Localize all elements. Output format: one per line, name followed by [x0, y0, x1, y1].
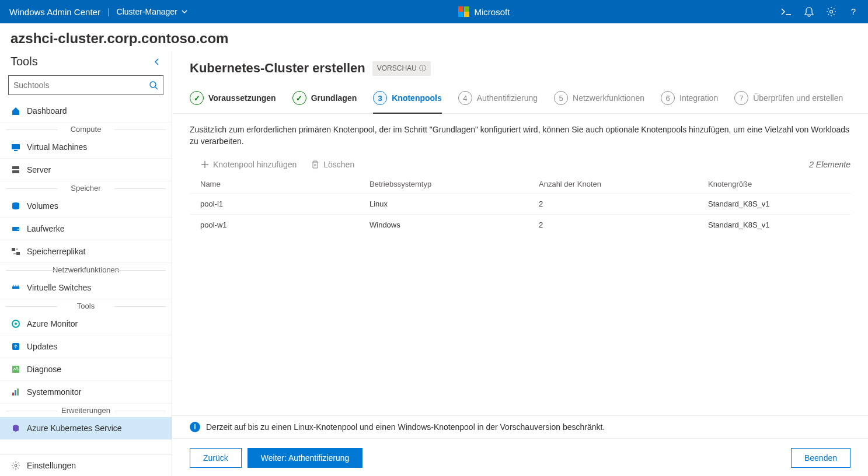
exit-button[interactable]: Beenden	[791, 448, 850, 468]
diagnose-icon	[11, 364, 21, 374]
gear-icon	[11, 460, 21, 471]
col-header-size[interactable]: Knotengröße	[708, 180, 840, 188]
sidebar-item-label: Azure Kubernetes Service	[27, 424, 122, 433]
monitor-icon	[11, 318, 21, 329]
svg-rect-11	[16, 252, 20, 255]
collapse-sidebar-icon[interactable]	[153, 58, 161, 66]
notifications-icon[interactable]	[804, 6, 814, 17]
sidebar-item-updates[interactable]: Updates	[0, 335, 172, 358]
cluster-hostname: azshci-cluster.corp.contoso.com	[0, 23, 868, 51]
sidebar-item-aks[interactable]: Azure Kubernetes Service	[0, 417, 172, 440]
sidebar-item-label: Einstellungen	[27, 461, 76, 470]
app-title[interactable]: Windows Admin Center	[9, 7, 100, 17]
sidebar-item-volumes[interactable]: Volumes	[0, 195, 172, 218]
search-icon	[149, 80, 158, 90]
sidebar-item-label: Speicherreplikat	[27, 247, 85, 256]
settings-icon[interactable]	[826, 6, 836, 17]
svg-rect-3	[12, 144, 20, 149]
sidebar-item-dashboard[interactable]: Dashboard	[0, 100, 172, 123]
col-header-name[interactable]: Name	[200, 180, 369, 188]
sidebar-item-diagnose[interactable]: Diagnose	[0, 358, 172, 381]
step-basics[interactable]: ✓ Grundlagen	[292, 86, 357, 113]
search-tools-box[interactable]	[8, 75, 163, 95]
sidebar-group-storage: Speicher	[0, 181, 172, 195]
item-count: 2 Elemente	[809, 160, 850, 169]
sidebar-title: Tools	[11, 55, 38, 68]
switch-icon	[11, 282, 21, 293]
svg-rect-18	[15, 390, 16, 396]
step-number: 7	[734, 91, 748, 105]
step-number: 3	[373, 91, 387, 105]
sidebar-item-label: Updates	[27, 342, 57, 351]
cell-count: 2	[539, 200, 708, 208]
sidebar-item-drives[interactable]: Laufwerke	[0, 218, 172, 240]
svg-point-2	[150, 82, 156, 88]
step-integration[interactable]: 6 Integration	[661, 86, 718, 113]
help-icon[interactable]: ?	[848, 6, 859, 17]
sidebar-item-vswitch[interactable]: Virtuelle Switches	[0, 276, 172, 299]
check-icon: ✓	[292, 91, 306, 105]
sidebar-item-vms[interactable]: Virtual Machines	[0, 136, 172, 159]
search-input[interactable]	[13, 80, 149, 90]
cell-size: Standard_K8S_v1	[708, 200, 840, 208]
step-label: Authentifizierung	[477, 93, 538, 103]
step-nodepools[interactable]: 3 Knotenpools	[373, 86, 442, 113]
toolbar-label: Knotenpool hinzufügen	[213, 160, 297, 169]
sidebar-group-tools: Tools	[0, 299, 172, 313]
col-header-os[interactable]: Betriebssystemtyp	[369, 180, 539, 188]
step-network[interactable]: 5 Netzwerkfunktionen	[554, 86, 644, 113]
aks-icon	[11, 423, 21, 433]
step-label: Netzwerkfunktionen	[573, 93, 644, 103]
sidebar-group-network: Netzwerkfunktionen	[0, 263, 172, 276]
chevron-down-icon	[181, 8, 188, 15]
step-label: Voraussetzungen	[208, 93, 276, 103]
info-circle-icon: i	[190, 422, 200, 432]
context-dropdown[interactable]: Cluster-Manager	[117, 7, 188, 16]
table-row[interactable]: pool-l1 Linux 2 Standard_K8S_v1	[190, 193, 850, 214]
svg-point-20	[15, 464, 17, 467]
svg-point-0	[830, 10, 833, 13]
sidebar-item-settings[interactable]: Einstellungen	[0, 454, 172, 476]
next-button[interactable]: Weiter: Authentifizierung	[247, 448, 363, 468]
col-header-count[interactable]: Anzahl der Knoten	[539, 180, 708, 188]
delete-button[interactable]: Löschen	[311, 160, 354, 169]
console-icon[interactable]	[780, 7, 792, 16]
volumes-icon	[11, 201, 21, 211]
sidebar-item-sysmon[interactable]: Systemmonitor	[0, 381, 172, 404]
sidebar-item-replica[interactable]: Speicherreplikat	[0, 240, 172, 263]
home-icon	[11, 106, 21, 116]
step-label: Integration	[679, 93, 718, 103]
step-review[interactable]: 7 Überprüfen und erstellen	[734, 86, 843, 113]
sidebar-item-label: Dashboard	[27, 106, 67, 116]
header-divider: |	[107, 7, 110, 16]
cell-size: Standard_K8S_v1	[708, 220, 840, 229]
cell-os: Windows	[369, 220, 539, 229]
page-title: Kubernetes-Cluster erstellen	[190, 61, 365, 76]
step-number: 5	[554, 91, 568, 105]
sidebar-item-label: Diagnose	[27, 365, 61, 374]
sidebar-item-label: Server	[27, 165, 51, 174]
preview-badge: VORSCHAU ⓘ	[372, 61, 431, 76]
sidebar-item-label: Volumes	[27, 201, 58, 211]
back-button[interactable]: Zurück	[190, 448, 242, 468]
info-text: Derzeit auf bis zu einen Linux-Knotenpoo…	[206, 422, 605, 432]
info-icon: ⓘ	[419, 64, 426, 74]
step-number: 4	[458, 91, 472, 105]
svg-rect-10	[12, 248, 15, 251]
table-row[interactable]: pool-w1 Windows 2 Standard_K8S_v1	[190, 214, 850, 235]
plus-icon	[200, 160, 210, 169]
sidebar-group-compute: Compute	[0, 123, 172, 136]
nodepool-table: Name Betriebssystemtyp Anzahl der Knoten…	[190, 175, 850, 235]
add-nodepool-button[interactable]: Knotenpool hinzufügen	[200, 160, 297, 169]
trash-icon	[311, 160, 320, 169]
sidebar-item-azmonitor[interactable]: Azure Monitor	[0, 313, 172, 335]
content-description: Zusätzlich zum erforderlichen primären K…	[190, 124, 850, 147]
drive-icon	[11, 223, 21, 234]
step-prerequisites[interactable]: ✓ Voraussetzungen	[190, 86, 276, 113]
replica-icon	[11, 246, 21, 257]
sidebar-item-label: Systemmonitor	[27, 387, 81, 397]
step-auth[interactable]: 4 Authentifizierung	[458, 86, 538, 113]
svg-point-9	[18, 229, 19, 230]
svg-rect-17	[12, 393, 14, 396]
sidebar-item-servers[interactable]: Server	[0, 159, 172, 181]
